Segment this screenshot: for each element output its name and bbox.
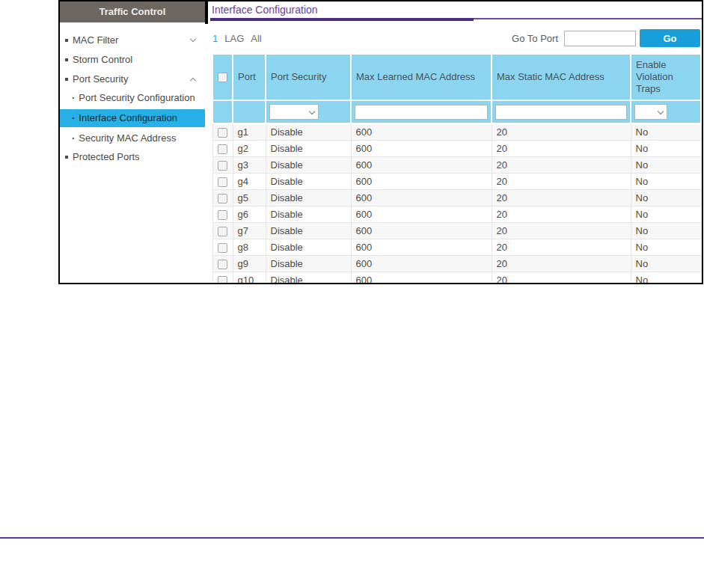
dot-bullet-icon: · [72, 92, 75, 104]
row-checkbox[interactable] [218, 144, 227, 154]
sidebar-item-interface-configuration[interactable]: · Interface Configuration [60, 109, 205, 127]
violation-traps-cell: No [631, 141, 701, 157]
chevron-down-icon [191, 37, 196, 43]
max-learned-cell: 600 [351, 141, 492, 157]
max-learned-filter-input[interactable] [355, 105, 488, 120]
column-header-max-static: Max Static MAC Address [492, 54, 631, 100]
max-static-cell: 20 [492, 157, 631, 174]
port-security-filter-select-wrap [269, 104, 319, 120]
row-checkbox[interactable] [218, 276, 227, 283]
filter-cell-empty [233, 100, 266, 123]
max-static-cell: 20 [492, 123, 631, 141]
max-learned-cell: 600 [351, 256, 492, 272]
max-learned-cell: 600 [351, 206, 492, 223]
row-checkbox[interactable] [218, 194, 227, 203]
port-security-cell: Disable [266, 272, 351, 284]
sidebar-item-security-mac-address[interactable]: · Security MAC Address [60, 129, 205, 147]
port-security-cell: Disable [266, 190, 351, 206]
max-static-filter-input[interactable] [495, 105, 627, 120]
unit-tabs: 1 LAG All [212, 33, 262, 44]
max-static-cell: 20 [492, 174, 631, 190]
table-filter-row [212, 100, 701, 123]
goto-port-input[interactable] [564, 31, 636, 46]
goto-port-label: Go To Port [512, 33, 558, 44]
max-static-cell: 20 [492, 256, 631, 272]
port-security-cell: Disable [266, 223, 351, 239]
sidebar-item-storm-control[interactable]: Storm Control [60, 50, 205, 70]
title-underline-thick [210, 18, 474, 21]
square-bullet-icon [65, 39, 68, 42]
sidebar-item-port-security[interactable]: Port Security [60, 70, 205, 89]
row-checkbox[interactable] [218, 128, 227, 138]
sidebar-item-port-security-configuration[interactable]: · Port Security Configuration [60, 89, 205, 107]
row-checkbox[interactable] [218, 210, 227, 220]
row-checkbox[interactable] [218, 177, 227, 187]
table-row: g1 Disable 600 20 No [212, 123, 701, 141]
sidebar-item-protected-ports[interactable]: Protected Ports [60, 147, 205, 167]
go-button[interactable]: Go [640, 29, 700, 47]
row-checkbox[interactable] [218, 161, 227, 171]
title-underline [210, 18, 702, 21]
port-cell: g3 [233, 157, 266, 174]
sidebar-item-label: Storm Control [73, 54, 132, 66]
sidebar-title: Traffic Control [60, 1, 205, 22]
toolbar: 1 LAG All Go To Port Go [212, 29, 700, 47]
square-bullet-icon [65, 156, 68, 159]
column-header-max-learned: Max Learned MAC Address [351, 54, 492, 100]
page-divider [0, 537, 704, 539]
table-row: g3 Disable 600 20 No [212, 157, 701, 174]
violation-traps-cell: No [631, 123, 701, 141]
sidebar-item-label: Protected Ports [73, 151, 140, 163]
max-static-cell: 20 [492, 141, 631, 157]
chevron-up-icon [191, 76, 196, 82]
port-cell: g10 [233, 272, 266, 284]
unit-tab-all[interactable]: All [251, 33, 261, 44]
interface-table: Port Port Security Max Learned MAC Addre… [212, 53, 702, 283]
dot-bullet-icon: · [72, 112, 75, 124]
table-body: g1 Disable 600 20 No g2 Disable 600 20 N… [212, 123, 701, 283]
port-cell: g5 [233, 190, 266, 206]
row-checkbox[interactable] [218, 260, 227, 269]
port-security-cell: Disable [266, 141, 351, 157]
max-static-cell: 20 [492, 190, 631, 206]
port-cell: g4 [233, 174, 266, 190]
dot-bullet-icon: · [72, 132, 75, 144]
port-cell: g9 [233, 256, 266, 272]
port-security-filter-select[interactable] [270, 105, 318, 119]
table-header-row: Port Port Security Max Learned MAC Addre… [212, 54, 701, 100]
title-underline-thin [474, 18, 702, 19]
port-security-cell: Disable [266, 239, 351, 256]
table-row: g9 Disable 600 20 No [212, 256, 701, 272]
square-bullet-icon [65, 58, 68, 61]
port-cell: g2 [233, 141, 266, 157]
max-static-cell: 20 [492, 272, 631, 284]
port-security-cell: Disable [266, 256, 351, 272]
traps-filter-select[interactable] [635, 105, 667, 119]
max-learned-cell: 600 [351, 157, 492, 174]
violation-traps-cell: No [631, 206, 701, 223]
port-security-cell: Disable [266, 157, 351, 174]
sidebar-item-mac-filter[interactable]: MAC Filter [60, 31, 205, 50]
max-learned-cell: 600 [351, 190, 492, 206]
violation-traps-cell: No [631, 174, 701, 190]
traps-filter-select-wrap [634, 104, 667, 120]
max-learned-cell: 600 [351, 272, 492, 284]
row-checkbox[interactable] [218, 243, 227, 253]
select-all-checkbox[interactable] [218, 73, 227, 82]
row-checkbox[interactable] [218, 227, 227, 236]
page: Traffic Control MAC Filter Storm Control… [0, 0, 704, 588]
column-header-violation-traps: Enable Violation Traps [631, 54, 701, 100]
table-row: g5 Disable 600 20 No [212, 190, 701, 206]
table-row: g6 Disable 600 20 No [212, 206, 701, 223]
port-cell: g7 [233, 223, 266, 239]
table-row: g10 Disable 600 20 No [212, 272, 701, 284]
goto-port-group: Go To Port Go [512, 29, 700, 47]
violation-traps-cell: No [631, 239, 701, 256]
sidebar-item-label: Port Security [73, 73, 128, 85]
port-cell: g8 [233, 239, 266, 256]
app-window: Traffic Control MAC Filter Storm Control… [58, 0, 703, 284]
violation-traps-cell: No [631, 256, 701, 272]
unit-tab-1[interactable]: 1 [212, 33, 218, 44]
port-security-cell: Disable [266, 123, 351, 141]
unit-tab-lag[interactable]: LAG [224, 33, 244, 44]
